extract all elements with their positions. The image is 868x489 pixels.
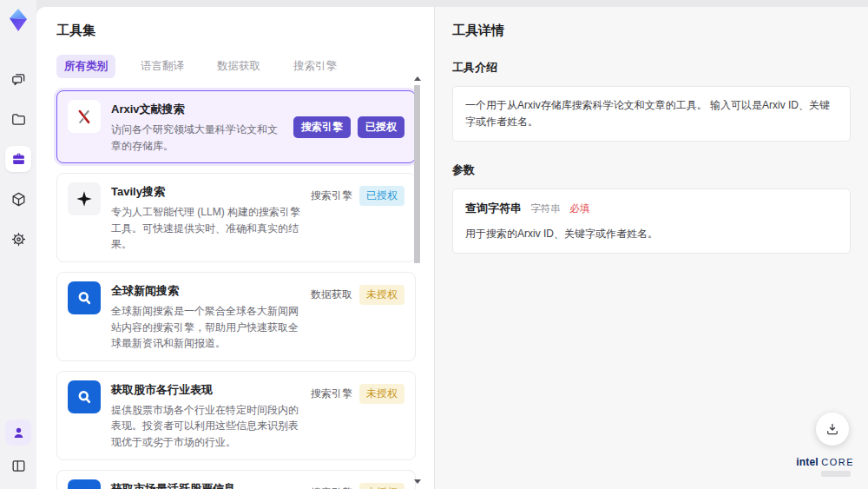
- sidebar-item-panel-toggle[interactable]: [5, 453, 31, 479]
- status-badge-unauthorized: 未授权: [359, 285, 404, 305]
- status-badge-unauthorized: 未授权: [359, 384, 404, 404]
- tab-search-engine[interactable]: 搜索引擎: [286, 55, 345, 78]
- gear-icon: [10, 231, 27, 248]
- tool-description: 提供股票市场各个行业在特定时间段内的表现。投资者可以利用这些信息来识别表现优于或…: [111, 402, 300, 451]
- tool-description: 全球新闻搜索是一个聚合全球各大新闻网站内容的搜索引擎，帮助用户快速获取全球最新资…: [111, 303, 300, 352]
- sparkle-star-icon: [68, 182, 101, 215]
- briefcase-icon: [10, 151, 27, 168]
- category-label: 搜索引擎: [311, 186, 352, 206]
- tool-card-tavily[interactable]: Tavily搜索 专为人工智能代理 (LLM) 构建的搜索引擎工具。可快速提供实…: [56, 173, 416, 262]
- tab-language-translation[interactable]: 语言翻译: [133, 55, 192, 78]
- intel-brand-text: intel: [796, 456, 819, 468]
- sidebar-item-files[interactable]: [5, 106, 31, 132]
- param-required-badge: 必填: [569, 203, 589, 214]
- category-tabs: 所有类别 语言翻译 数据获取 搜索引擎: [56, 55, 434, 78]
- magnifier-blue-icon: [68, 281, 101, 314]
- status-badge-unauthorized: 未授权: [359, 483, 404, 489]
- tool-card-arxiv[interactable]: Arxiv文献搜索 访问各个研究领域大量科学论文和文章的存储库。 搜索引擎 已授…: [56, 90, 416, 163]
- app-window: 工具集 所有类别 语言翻译 数据获取 搜索引擎: [0, 0, 868, 489]
- intro-box: 一个用于从Arxiv存储库搜索科学论文和文章的工具。 输入可以是Arxiv ID…: [452, 86, 851, 142]
- tool-card-global-news[interactable]: 全球新闻搜索 全球新闻搜索是一个聚合全球各大新闻网站内容的搜索引擎，帮助用户快速…: [56, 272, 416, 361]
- tool-name: 获取市场最活跃股票信息: [111, 481, 300, 489]
- category-label: 搜索引擎: [311, 384, 352, 404]
- tab-all-categories[interactable]: 所有类别: [56, 55, 115, 78]
- scroll-down-icon[interactable]: [414, 479, 421, 484]
- tool-card-most-active-stocks[interactable]: 获取市场最活跃股票信息 提供当天交易量最高的股票列表，投资者可以利用这些信息来识…: [56, 470, 416, 489]
- tab-data-fetch[interactable]: 数据获取: [209, 55, 268, 78]
- intel-core-text: core: [821, 457, 854, 467]
- arxiv-logo-icon: [68, 100, 101, 133]
- category-label: 搜索引擎: [311, 483, 352, 489]
- main-surface: 工具集 所有类别 语言翻译 数据获取 搜索引擎: [36, 7, 868, 489]
- scroll-up-icon[interactable]: [414, 76, 421, 81]
- detail-title: 工具详情: [452, 23, 851, 39]
- tool-card-sector-performance[interactable]: 获取股市各行业表现 提供股票市场各个行业在特定时间段内的表现。投资者可以利用这些…: [56, 371, 416, 460]
- panel-toggle-icon: [10, 458, 27, 474]
- magnifier-blue-icon: [68, 380, 101, 413]
- sidebar-item-account[interactable]: [5, 420, 31, 446]
- intel-badge-subbar: [821, 471, 851, 477]
- tool-description: 访问各个研究领域大量科学论文和文章的存储库。: [111, 122, 283, 154]
- tool-list-pane: 工具集 所有类别 语言翻译 数据获取 搜索引擎: [36, 7, 434, 489]
- params-heading: 参数: [452, 162, 851, 178]
- list-scrollbar: [413, 76, 422, 484]
- category-badge: 搜索引擎: [293, 116, 351, 138]
- tool-description: 专为人工智能代理 (LLM) 构建的搜索引擎工具。可快速提供实时、准确和真实的结…: [111, 204, 300, 253]
- status-badge-authorized: 已授权: [358, 116, 404, 138]
- download-icon: [825, 421, 840, 437]
- tool-name: 获取股市各行业表现: [111, 382, 300, 398]
- sidebar-item-settings[interactable]: [5, 226, 31, 252]
- param-box: 查询字符串 字符串 必填 用于搜索的Arxiv ID、关键字或作者姓名。: [452, 188, 851, 254]
- download-button[interactable]: [816, 413, 849, 446]
- tool-name: 全球新闻搜索: [111, 283, 300, 299]
- scrollbar-thumb[interactable]: [414, 85, 420, 263]
- user-icon: [10, 425, 27, 441]
- param-type: 字符串: [530, 203, 561, 214]
- page-title: 工具集: [56, 23, 434, 39]
- category-label: 数据获取: [311, 285, 352, 305]
- intel-core-badge: intel core: [796, 456, 854, 477]
- folder-icon: [10, 111, 27, 128]
- tool-name: Arxiv文献搜索: [111, 102, 283, 117]
- tool-list: Arxiv文献搜索 访问各个研究领域大量科学论文和文章的存储库。 搜索引擎 已授…: [56, 90, 416, 489]
- intro-heading: 工具介绍: [452, 60, 851, 76]
- sidebar-item-packages[interactable]: [5, 186, 31, 212]
- cube-icon: [10, 191, 27, 208]
- sidebar-item-chat[interactable]: [5, 66, 31, 92]
- chat-icon: [10, 71, 27, 88]
- tool-name: Tavily搜索: [111, 184, 300, 200]
- param-description: 用于搜索的Arxiv ID、关键字或作者姓名。: [465, 226, 838, 242]
- magnifier-blue-icon: [68, 479, 101, 489]
- app-logo-icon: [5, 7, 31, 33]
- param-name: 查询字符串: [465, 202, 522, 215]
- sidebar-item-tools[interactable]: [5, 146, 31, 172]
- status-badge-authorized: 已授权: [359, 186, 404, 206]
- sidebar-rail: [0, 0, 36, 489]
- tool-detail-pane: 工具详情 工具介绍 一个用于从Arxiv存储库搜索科学论文和文章的工具。 输入可…: [434, 7, 868, 489]
